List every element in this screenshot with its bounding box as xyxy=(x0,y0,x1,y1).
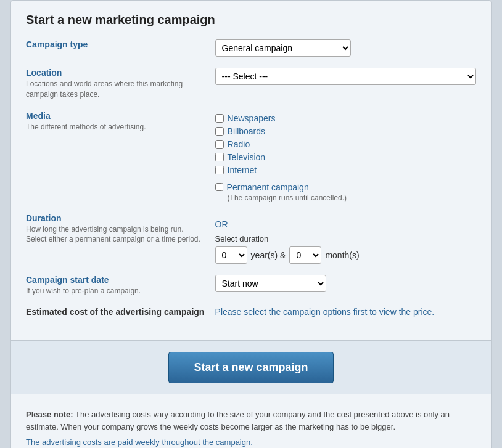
campaign-type-select[interactable]: General campaign Targeted campaign Brand… xyxy=(215,39,351,57)
location-row: Location Locations and world areas where… xyxy=(26,68,476,100)
permanent-note: (The campaign runs until cancelled.) xyxy=(228,193,476,202)
main-container: Start a new marketing campaign Campaign … xyxy=(10,0,492,448)
start-date-select[interactable]: Start now Next week Next month Custom da… xyxy=(215,275,326,292)
form-area: Start a new marketing campaign Campaign … xyxy=(11,1,491,340)
location-label-col: Location Locations and world areas where… xyxy=(26,68,215,100)
estimated-cost-label-col: Estimated cost of the advertising campai… xyxy=(26,307,215,317)
duration-label-col: Duration How long the advertising campai… xyxy=(26,213,215,245)
location-select[interactable]: --- Select --- Global North America Euro… xyxy=(215,68,476,85)
duration-label: Duration xyxy=(26,213,205,223)
newspapers-checkbox[interactable] xyxy=(215,114,224,123)
list-item: Radio xyxy=(215,139,476,149)
estimated-cost-value: Please select the campaign options first… xyxy=(215,307,435,317)
list-item: Billboards xyxy=(215,126,476,136)
location-field-col: --- Select --- Global North America Euro… xyxy=(215,68,476,85)
media-sublabel: The different methods of advertising. xyxy=(26,122,205,132)
estimated-cost-row: Estimated cost of the advertising campai… xyxy=(26,307,476,317)
or-text: OR xyxy=(215,219,476,229)
month-suffix: month(s) xyxy=(325,250,359,260)
start-date-label-col: Campaign start date If you wish to pre-p… xyxy=(26,275,215,296)
duration-selects-row: 0 1 2 3 4 5 year(s) & 0 1 2 3 4 5 xyxy=(215,246,476,264)
page-title: Start a new marketing campaign xyxy=(26,13,476,27)
note-bold-prefix: Please note: xyxy=(26,410,73,419)
select-duration-label: Select duration xyxy=(215,234,476,243)
billboards-label[interactable]: Billboards xyxy=(228,126,265,136)
start-campaign-button[interactable]: Start a new campaign xyxy=(168,352,333,383)
location-label: Location xyxy=(26,68,205,78)
media-row: Media The different methods of advertisi… xyxy=(26,111,476,202)
start-date-sublabel: If you wish to pre-plan a campaign. xyxy=(26,286,205,296)
duration-sublabel: How long the advertising campaign is bei… xyxy=(26,224,205,245)
permanent-check-row: Permanent campaign xyxy=(215,182,476,192)
duration-row: Duration How long the advertising campai… xyxy=(26,213,476,264)
list-item: Television xyxy=(215,152,476,162)
permanent-section: Permanent campaign (The campaign runs un… xyxy=(215,182,476,202)
media-label: Media xyxy=(26,111,205,121)
campaign-type-label: Campaign type xyxy=(26,39,205,49)
television-label[interactable]: Television xyxy=(228,152,265,162)
start-date-field-col: Start now Next week Next month Custom da… xyxy=(215,275,476,292)
duration-field-col: OR Select duration 0 1 2 3 4 5 year(s) &… xyxy=(215,213,476,264)
media-label-col: Media The different methods of advertisi… xyxy=(26,111,215,132)
weekly-note: The advertising costs are paid weekly th… xyxy=(26,438,476,447)
newspapers-label[interactable]: Newspapers xyxy=(228,113,276,123)
permanent-checkbox[interactable] xyxy=(215,183,223,191)
internet-checkbox[interactable] xyxy=(215,166,224,174)
internet-label[interactable]: Internet xyxy=(228,165,257,175)
list-item: Internet xyxy=(215,165,476,175)
radio-checkbox[interactable] xyxy=(215,140,224,149)
list-item: Newspapers xyxy=(215,113,476,123)
start-date-row: Campaign start date If you wish to pre-p… xyxy=(26,275,476,296)
estimated-cost-label: Estimated cost of the advertising campai… xyxy=(26,307,205,317)
button-area: Start a new campaign xyxy=(11,340,491,394)
television-checkbox[interactable] xyxy=(215,153,224,161)
notes-area: Please note: The advertising costs vary … xyxy=(11,394,491,448)
estimated-cost-field-col: Please select the campaign options first… xyxy=(215,307,476,317)
campaign-type-label-col: Campaign type xyxy=(26,39,215,51)
main-note: Please note: The advertising costs vary … xyxy=(26,409,476,433)
campaign-type-row: Campaign type General campaign Targeted … xyxy=(26,39,476,57)
media-checkboxes: Newspapers Billboards Radio Television xyxy=(215,113,476,175)
radio-label[interactable]: Radio xyxy=(228,139,250,149)
campaign-type-field-col: General campaign Targeted campaign Brand… xyxy=(215,39,476,57)
permanent-label[interactable]: Permanent campaign xyxy=(227,182,309,192)
year-select[interactable]: 0 1 2 3 4 5 xyxy=(215,246,247,264)
year-suffix: year(s) & xyxy=(251,250,286,260)
location-sublabel: Locations and world areas where this mar… xyxy=(26,79,205,100)
month-select[interactable]: 0 1 2 3 4 5 6 7 8 9 10 11 xyxy=(289,246,321,264)
media-field-col: Newspapers Billboards Radio Television xyxy=(215,111,476,202)
note-main-text: The advertising costs vary according to … xyxy=(26,410,450,431)
divider xyxy=(26,402,476,402)
billboards-checkbox[interactable] xyxy=(215,127,224,136)
start-date-label: Campaign start date xyxy=(26,275,205,285)
